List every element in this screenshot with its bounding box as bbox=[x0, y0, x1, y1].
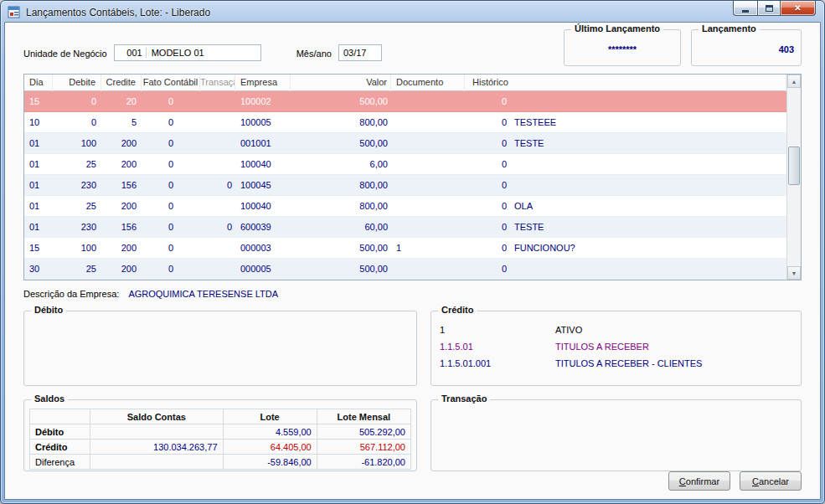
cell-fato: 0 bbox=[142, 222, 200, 232]
maximize-icon bbox=[766, 5, 773, 12]
scrollbar-track[interactable] bbox=[787, 88, 801, 266]
column-header-credite[interactable]: Credite bbox=[101, 75, 142, 91]
lancamento-title: Lançamento bbox=[699, 23, 760, 33]
saldos-credito-saldo-contas: 130.034.263,77 bbox=[90, 440, 223, 455]
unidade-negocio-name: MODELO 01 bbox=[147, 48, 204, 58]
column-header-fato[interactable]: Fato Contábil bbox=[142, 75, 200, 91]
mes-ano-field[interactable]: 03/17 bbox=[338, 44, 382, 61]
account-code: 1 bbox=[440, 325, 555, 335]
saldos-table: Saldo Contas Lote Lote Mensal Débito 4.5… bbox=[29, 409, 411, 470]
account-name: ATIVO bbox=[555, 325, 582, 335]
saldos-debito-lote: 4.559,00 bbox=[223, 424, 317, 440]
cell-debite: 25 bbox=[53, 201, 101, 211]
ultimo-lancamento-value: ******** bbox=[565, 44, 680, 54]
cell-fato: 0 bbox=[142, 117, 200, 127]
cell-credite: 200 bbox=[101, 264, 142, 274]
cell-valor: 800,00 bbox=[291, 201, 391, 211]
table-row[interactable]: 0123015600100045800,000 bbox=[24, 175, 786, 196]
cell-dia: 01 bbox=[24, 201, 53, 211]
cancelar-button[interactable]: Cancelar bbox=[740, 471, 802, 491]
saldos-row-label: Débito bbox=[30, 424, 90, 440]
table-row[interactable]: 012301560060003960,000TESTE bbox=[24, 217, 786, 238]
column-header-transacao[interactable]: Transação bbox=[200, 75, 235, 91]
transacao-title: Transação bbox=[438, 393, 490, 404]
app-icon bbox=[8, 6, 21, 19]
cell-hist_num: 0 bbox=[465, 117, 507, 127]
minimize-button[interactable] bbox=[733, 1, 757, 16]
account-row: 1 ATIVO bbox=[440, 321, 792, 338]
cell-hist_num: 0 bbox=[465, 243, 507, 253]
cell-hist_num: 0 bbox=[465, 222, 507, 232]
saldos-header-saldo-contas: Saldo Contas bbox=[90, 409, 223, 424]
table-row[interactable]: 150200100002500,000 bbox=[24, 91, 786, 112]
table-row[interactable]: 151002000000003500,0010FUNCIONOU? bbox=[24, 238, 786, 259]
cell-debite: 25 bbox=[53, 159, 101, 169]
cell-valor: 6,00 bbox=[291, 159, 391, 169]
close-button[interactable]: ✕ bbox=[781, 1, 816, 16]
column-header-documento[interactable]: Documento bbox=[391, 75, 465, 91]
saldos-row-label: Crédito bbox=[30, 440, 90, 455]
table-row[interactable]: 01252000100040800,000OLA bbox=[24, 196, 786, 217]
saldos-header-lote-mensal: Lote Mensal bbox=[317, 409, 410, 424]
account-row: 1.1.5.01.001 TITULOS A RECEBER - CLIENTE… bbox=[440, 355, 792, 372]
cell-empresa: 001001 bbox=[235, 138, 291, 148]
vertical-scrollbar[interactable]: ▲ ▼ bbox=[786, 75, 801, 280]
cell-hist_num: 0 bbox=[465, 138, 507, 148]
title-bar[interactable]: Lançamentos Contábeis, Lote: - Liberado … bbox=[4, 1, 821, 22]
cell-empresa: 100045 bbox=[235, 180, 291, 190]
grid-header: Dia Debite Credite Fato Contábil Transaç… bbox=[24, 75, 786, 91]
cell-credite: 20 bbox=[101, 96, 142, 106]
column-header-dia[interactable]: Dia bbox=[24, 75, 53, 91]
account-row: 1.1.5.01 TITULOS A RECEBER bbox=[440, 338, 792, 355]
lancamento-box: Lançamento 403 bbox=[691, 29, 802, 66]
column-header-debite[interactable]: Debite bbox=[53, 75, 101, 91]
saldos-box: Saldos Saldo Contas Lote Lote Mensal Déb… bbox=[23, 399, 417, 471]
descricao-empresa-row: Descrição da Empresa: AGROQUIMICA TERESE… bbox=[23, 289, 802, 299]
column-header-empresa[interactable]: Empresa bbox=[235, 75, 291, 91]
saldos-row-label: Diferença bbox=[30, 455, 90, 470]
unidade-negocio-field[interactable]: 001 MODELO 01 bbox=[114, 44, 261, 61]
maximize-button[interactable] bbox=[757, 1, 781, 16]
scroll-up-button[interactable]: ▲ bbox=[787, 75, 801, 88]
descricao-empresa-label: Descrição da Empresa: bbox=[23, 289, 119, 299]
account-name: TITULOS A RECEBER bbox=[555, 342, 649, 352]
ultimo-lancamento-title: Último Lançamento bbox=[571, 23, 663, 33]
cell-debite: 0 bbox=[53, 96, 101, 106]
saldos-diferenca-saldo-contas bbox=[90, 455, 223, 470]
cell-fato: 0 bbox=[142, 201, 200, 211]
saldos-diferenca-lote: -59.846,00 bbox=[223, 455, 317, 470]
cell-fato: 0 bbox=[142, 138, 200, 148]
table-row[interactable]: 011002000001001500,000TESTE bbox=[24, 133, 786, 154]
column-header-historico[interactable]: Histórico bbox=[465, 75, 786, 91]
column-header-valor[interactable]: Valor bbox=[291, 75, 391, 91]
cell-credite: 5 bbox=[101, 117, 142, 127]
debito-title: Débito bbox=[31, 305, 66, 315]
saldos-debito-saldo-contas bbox=[90, 424, 223, 440]
table-row[interactable]: 012520001000406,000 bbox=[24, 154, 786, 175]
saldos-corner bbox=[30, 409, 90, 424]
caption-buttons: ✕ bbox=[733, 1, 816, 16]
cell-fato: 0 bbox=[142, 264, 200, 274]
confirmar-button[interactable]: Confirmar bbox=[668, 471, 730, 491]
account-code: 1.1.5.01 bbox=[440, 342, 555, 352]
cell-debite: 230 bbox=[53, 180, 101, 190]
cell-empresa: 100040 bbox=[235, 201, 291, 211]
close-icon: ✕ bbox=[794, 3, 801, 13]
account-name: TITULOS A RECEBER - CLIENTES bbox=[555, 358, 702, 368]
cell-credite: 156 bbox=[101, 222, 142, 232]
cell-credite: 156 bbox=[101, 180, 142, 190]
cell-credite: 200 bbox=[101, 159, 142, 169]
cell-documento: 1 bbox=[391, 243, 465, 253]
cell-empresa: 100040 bbox=[235, 159, 291, 169]
scroll-down-button[interactable]: ▼ bbox=[787, 266, 801, 280]
cell-dia: 15 bbox=[24, 96, 53, 106]
table-row[interactable]: 10050100005800,000TESTEEE bbox=[24, 112, 786, 133]
cell-dia: 01 bbox=[24, 180, 53, 190]
cell-hist_num: 0 bbox=[465, 159, 507, 169]
table-row[interactable]: 30252000000005500,000 bbox=[24, 259, 786, 280]
scrollbar-thumb[interactable] bbox=[788, 147, 800, 185]
cell-debite: 230 bbox=[53, 222, 101, 232]
cell-historico: FUNCIONOU? bbox=[507, 243, 786, 253]
ultimo-lancamento-box: Último Lançamento ******** bbox=[564, 29, 681, 66]
cell-dia: 01 bbox=[24, 222, 53, 232]
